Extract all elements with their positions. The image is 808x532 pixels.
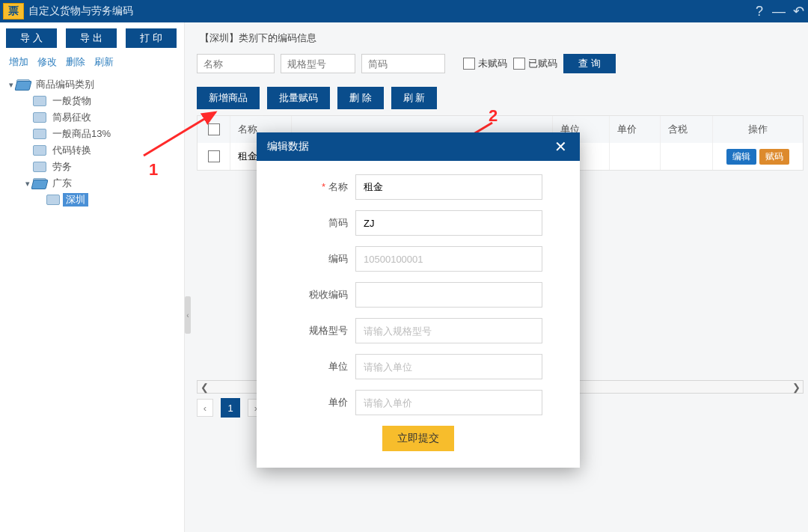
filter-assigned-checkbox[interactable]: 已赋码: [513, 57, 557, 70]
label-spec: 规格型号: [294, 324, 355, 337]
pager-current[interactable]: 1: [221, 398, 240, 418]
folder-icon: [33, 96, 46, 106]
tree-node-general-goods[interactable]: 一般货物: [6, 93, 184, 109]
filter-short-input[interactable]: [361, 54, 445, 73]
modal-title: 编辑数据: [267, 140, 551, 153]
tree-node-code-convert[interactable]: 代码转换: [6, 142, 184, 159]
col-price: 单价: [610, 116, 661, 143]
tree-node-guangdong[interactable]: ▾广东: [6, 175, 184, 192]
input-spec[interactable]: [355, 318, 542, 343]
checkbox-label: 已赋码: [528, 57, 557, 70]
batch-code-button[interactable]: 批量赋码: [267, 87, 330, 109]
input-code[interactable]: [355, 246, 542, 272]
folder-icon: [33, 112, 46, 123]
tree-label: 广东: [49, 177, 75, 190]
input-taxcode[interactable]: [355, 282, 542, 308]
row-code-button[interactable]: 赋码: [759, 149, 789, 165]
tree-node-service[interactable]: 劳务: [6, 159, 184, 175]
input-short[interactable]: [355, 210, 542, 236]
filter-unassigned-checkbox[interactable]: 未赋码: [463, 57, 507, 70]
col-op: 操作: [713, 116, 803, 143]
label-unit: 单位: [294, 360, 355, 373]
sidebar-modify-link[interactable]: 修改: [37, 55, 57, 69]
filter-name-input[interactable]: [197, 54, 275, 73]
help-icon[interactable]: ?: [750, 1, 769, 21]
print-button[interactable]: 打 印: [126, 28, 177, 48]
back-icon[interactable]: ↶: [789, 1, 808, 21]
filter-row: 未赋码 已赋码 查 询: [197, 54, 804, 73]
delete-button[interactable]: 删 除: [337, 87, 384, 109]
checkbox-icon: [463, 58, 475, 70]
refresh-button[interactable]: 刷 新: [391, 87, 438, 109]
export-button[interactable]: 导 出: [66, 28, 117, 48]
tree-node-general-13[interactable]: 一般商品13%: [6, 126, 184, 142]
tree-node-shenzhen[interactable]: 深圳: [6, 192, 184, 208]
window-title: 自定义货物与劳务编码: [28, 4, 133, 18]
input-name[interactable]: [355, 174, 542, 200]
sidebar-add-link[interactable]: 增加: [9, 55, 28, 69]
add-product-button[interactable]: 新增商品: [197, 87, 260, 109]
folder-icon: [33, 145, 46, 156]
folder-open-icon: [33, 178, 46, 189]
category-tree: ▾ 商品编码类别 一般货物 简易征收 一般商品13% 代码转换 劳务 ▾广东 深…: [0, 73, 184, 208]
minimize-icon[interactable]: —: [769, 1, 789, 21]
tree-label: 劳务: [49, 160, 75, 174]
tree-root[interactable]: ▾ 商品编码类别: [6, 76, 184, 93]
select-all-checkbox[interactable]: [208, 123, 220, 135]
col-tax: 含税: [661, 116, 713, 143]
label-price: 单价: [294, 396, 355, 409]
tree-label: 一般商品13%: [49, 127, 114, 141]
label-short: 简码: [294, 216, 355, 230]
tree-label: 简易征收: [49, 111, 94, 124]
scroll-left-icon[interactable]: ❮: [198, 381, 211, 393]
tree-label-selected: 深圳: [63, 193, 88, 207]
tree-label: 代码转换: [49, 144, 94, 157]
checkbox-label: 未赋码: [478, 57, 507, 70]
close-icon[interactable]: ✕: [551, 138, 569, 156]
folder-icon: [33, 162, 46, 172]
checkbox-icon: [513, 58, 525, 70]
tree-root-label: 商品编码类别: [33, 78, 97, 91]
folder-open-icon: [16, 79, 30, 90]
row-checkbox[interactable]: [208, 150, 220, 162]
label-code: 编码: [294, 252, 355, 266]
sidebar-delete-link[interactable]: 删除: [66, 55, 85, 69]
label-name: 名称: [328, 181, 348, 192]
titlebar: 票 自定义货物与劳务编码 ? — ↶: [0, 0, 808, 22]
app-logo: 票: [3, 3, 24, 19]
sidebar-refresh-link[interactable]: 刷新: [94, 55, 114, 69]
sidebar: 导 入 导 出 打 印 增加 修改 删除 刷新 ▾ 商品编码类别 一般货物 简易…: [0, 22, 185, 532]
label-taxcode: 税收编码: [294, 288, 355, 302]
tree-label: 一般货物: [49, 94, 94, 108]
input-unit[interactable]: [355, 354, 542, 379]
scroll-right-icon[interactable]: ❯: [789, 381, 803, 393]
folder-icon: [46, 195, 60, 205]
submit-button[interactable]: 立即提交: [382, 426, 454, 451]
query-button[interactable]: 查 询: [563, 54, 616, 73]
folder-icon: [33, 129, 46, 139]
row-edit-button[interactable]: 编辑: [726, 149, 756, 165]
input-price[interactable]: [355, 390, 542, 415]
edit-modal: 编辑数据 ✕ *名称 简码 编码 税收编码 规格型号 单位 单价: [257, 132, 580, 468]
filter-spec-input[interactable]: [281, 54, 355, 73]
section-title: 【深圳】类别下的编码信息: [200, 31, 804, 45]
tree-node-simple-levy[interactable]: 简易征收: [6, 109, 184, 126]
import-button[interactable]: 导 入: [6, 28, 57, 48]
pager-prev-button[interactable]: ‹: [197, 399, 213, 417]
